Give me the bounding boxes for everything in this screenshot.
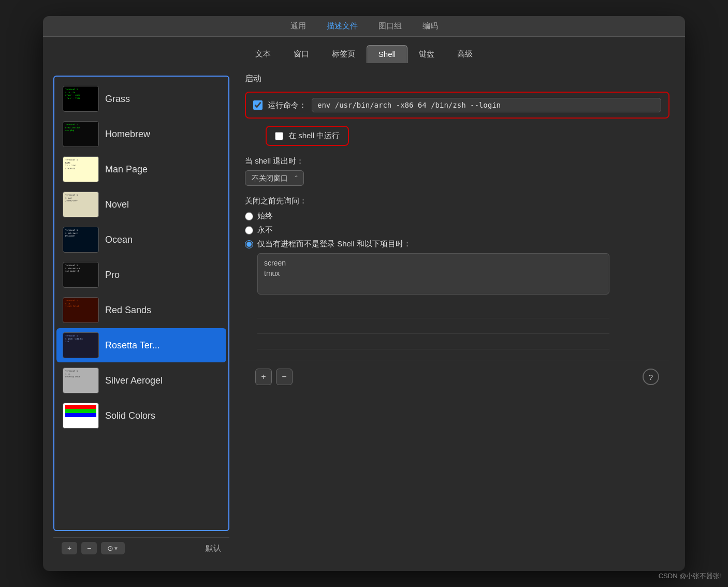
tab-tabs[interactable]: 标签页 (321, 45, 367, 63)
sidebar-label-grass: Grass (105, 94, 130, 105)
thumb-pro: Terminal 1 $ vim main.c int main(){ (63, 262, 99, 288)
ask-section: 关闭之前先询问： 始终 永不 仅当有进程而不是登录 Shell 和以下项目时： … (245, 196, 669, 349)
sidebar-item-novel[interactable]: Terminal 1 $ pwd /home/user Novel (56, 187, 226, 222)
radio-never-row: 永不 (245, 225, 669, 235)
sidebar-item-manpage[interactable]: Terminal 1 NAME ls - list SYNOPSIS Man P… (56, 152, 226, 186)
add-profile-button[interactable]: + (62, 542, 77, 554)
shell-exit-select-wrapper: 不关闭窗口 (245, 170, 304, 186)
sidebar-label-redsands: Red Sands (105, 305, 151, 316)
ask-title: 关闭之前先询问： (245, 196, 669, 206)
run-command-row: 运行命令： (245, 92, 669, 119)
thumb-ocean: Terminal 1 $ ssh host Welcome! (63, 227, 99, 253)
run-in-shell-row: 在 shell 中运行 (266, 126, 349, 146)
sidebar-item-silveraerogel[interactable]: Terminal 1 $ ls Desktop Docs Silver Aero… (56, 363, 226, 398)
top-nav: 通用 描述文件 图口组 编码 (43, 16, 685, 37)
nav-profiles[interactable]: 描述文件 (327, 21, 358, 31)
sidebar-label-pro: Pro (105, 270, 120, 281)
run-command-input[interactable] (312, 98, 661, 112)
shell-exit-label: 当 shell 退出时： (245, 156, 669, 166)
sidebar-item-pro[interactable]: Terminal 1 $ vim main.c int main(){ Pro (56, 258, 226, 292)
startup-section: 启动 运行命令： 在 shell 中运行 (245, 74, 669, 146)
radio-conditional-label: 仅当有进程而不是登录 Shell 和以下项目时： (257, 239, 411, 249)
watermark: CSDN @小张不器张! (659, 571, 722, 581)
empty-rows (245, 303, 669, 349)
sidebar-label-ocean: Ocean (105, 234, 133, 245)
tab-advanced[interactable]: 高级 (446, 45, 484, 63)
sidebar-item-ocean[interactable]: Terminal 1 $ ssh host Welcome! Ocean (56, 223, 226, 257)
run-command-checkbox[interactable] (253, 100, 263, 110)
thumb-solidcolors (63, 403, 99, 429)
nav-windowgroup[interactable]: 图口组 (378, 21, 402, 31)
startup-label: 启动 (245, 74, 669, 84)
run-in-shell-label: 在 shell 中运行 (288, 131, 340, 141)
tab-bar: 文本 窗口 标签页 Shell 键盘 高级 (43, 37, 685, 63)
shell-exit-select[interactable]: 不关闭窗口 (245, 170, 304, 186)
sidebar-label-silveraerogel: Silver Aerogel (105, 375, 163, 386)
empty-row-2 (257, 318, 609, 334)
bottom-bar: + − ? (245, 360, 669, 393)
thumb-grass: Terminal 1 $ ls -la drwxr-- user -rw-r--… (63, 86, 99, 112)
sidebar-label-solidcolors: Solid Colors (105, 410, 155, 421)
sidebar-item-redsands[interactable]: Terminal 1 $ ls file1 file2 Red Sands (56, 293, 226, 327)
sidebar-label-manpage: Man Page (105, 164, 148, 175)
process-list: screen tmux (257, 253, 609, 295)
sidebar-label-novel: Novel (105, 199, 129, 210)
thumb-homebrew: Terminal 1 brew install ==> pkg (63, 121, 99, 147)
content-panel: 启动 运行命令： 在 shell 中运行 当 shell 退出时： (235, 63, 685, 571)
remove-item-button[interactable]: − (276, 369, 293, 385)
process-screen: screen (264, 258, 603, 268)
sidebar-item-homebrew[interactable]: Terminal 1 brew install ==> pkg Homebrew (56, 117, 226, 151)
sidebar-bottom-bar: + − ⊙ ▼ 默认 (53, 537, 229, 559)
sidebar-item-solidcolors[interactable]: Solid Colors (56, 399, 226, 433)
radio-always-row: 始终 (245, 211, 669, 221)
thumb-manpage: Terminal 1 NAME ls - list SYNOPSIS (63, 156, 99, 182)
terminal-preferences-window: 通用 描述文件 图口组 编码 文本 窗口 标签页 Shell 键盘 高级 Ter… (43, 16, 685, 571)
main-body: Terminal 1 $ ls -la drwxr-- user -rw-r--… (43, 63, 685, 571)
radio-conditional[interactable] (245, 240, 253, 248)
radio-always[interactable] (245, 212, 253, 221)
more-options-button[interactable]: ⊙ ▼ (101, 542, 125, 554)
radio-never[interactable] (245, 226, 253, 234)
default-button[interactable]: 默认 (206, 544, 221, 553)
empty-row-1 (257, 303, 609, 318)
help-button[interactable]: ? (643, 369, 659, 385)
empty-row-3 (257, 334, 609, 349)
run-command-label: 运行命令： (268, 100, 307, 110)
tab-text[interactable]: 文本 (244, 45, 282, 63)
sidebar-item-rosetta[interactable]: Terminal 1 $ arch -x86_64 zsh Rosetta Te… (56, 328, 226, 362)
thumb-novel: Terminal 1 $ pwd /home/user (63, 192, 99, 217)
bottom-left: + − (255, 369, 293, 385)
nav-general[interactable]: 通用 (290, 21, 306, 31)
run-in-shell-checkbox[interactable] (275, 132, 283, 140)
profile-list: Terminal 1 $ ls -la drwxr-- user -rw-r--… (53, 76, 229, 531)
add-item-button[interactable]: + (255, 369, 272, 385)
thumb-rosetta: Terminal 1 $ arch -x86_64 zsh (63, 332, 99, 358)
thumb-silveraerogel: Terminal 1 $ ls Desktop Docs (63, 368, 99, 393)
tab-shell[interactable]: Shell (367, 45, 407, 63)
shell-exit-section: 当 shell 退出时： 不关闭窗口 (245, 156, 669, 186)
sidebar-label-homebrew: Homebrew (105, 129, 150, 140)
radio-never-label: 永不 (257, 225, 273, 235)
radio-always-label: 始终 (257, 211, 273, 221)
tab-keyboard[interactable]: 键盘 (407, 45, 446, 63)
tab-window[interactable]: 窗口 (282, 45, 321, 63)
sidebar-label-rosetta: Rosetta Ter... (105, 340, 160, 351)
thumb-redsands: Terminal 1 $ ls file1 file2 (63, 297, 99, 323)
radio-conditional-row: 仅当有进程而不是登录 Shell 和以下项目时： (245, 239, 669, 249)
process-tmux: tmux (264, 268, 603, 278)
sidebar-item-grass[interactable]: Terminal 1 $ ls -la drwxr-- user -rw-r--… (56, 82, 226, 116)
nav-encoding[interactable]: 编码 (423, 21, 438, 31)
remove-profile-button[interactable]: − (81, 542, 97, 554)
